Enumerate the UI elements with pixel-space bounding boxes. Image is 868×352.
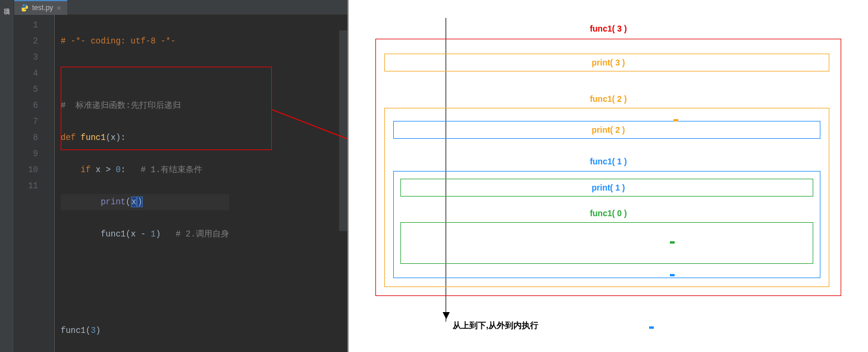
editor[interactable]: 1 2 3 4 5 6 7 8 9 10 11 # -*- coding: ut… — [14, 15, 347, 352]
dash-icon — [670, 241, 675, 244]
diagram-caption: 从上到下,从外到内执行 — [453, 320, 538, 331]
label-func1-1: func1( 1 ) — [349, 157, 868, 166]
label-func1-3: func1( 3 ) — [349, 24, 868, 33]
code-area[interactable]: # -*- coding: utf-8 -*- # 标准递归函数:先打印后递归 … — [55, 15, 229, 352]
recursion-diagram: func1( 3 ) print( 3 ) func1( 2 ) print( … — [347, 0, 868, 352]
svg-point-0 — [23, 5, 24, 5]
label-func1-0: func1( 0 ) — [349, 208, 868, 218]
python-icon — [20, 4, 29, 12]
dash-icon — [673, 119, 678, 122]
close-icon[interactable]: × — [57, 4, 61, 13]
line-number-gutter: 1 2 3 4 5 6 7 8 9 10 11 — [14, 15, 44, 352]
ide-pane: test.py × 1 2 3 4 5 6 7 8 9 10 11 # -*- … — [14, 0, 347, 352]
label-print-3: print( 3 ) — [349, 58, 868, 67]
editor-scrollbar[interactable] — [339, 30, 347, 231]
editor-tabbar: test.py × — [14, 0, 347, 15]
label-func1-2: func1( 2 ) — [349, 94, 868, 104]
tab-filename: test.py — [32, 4, 53, 12]
svg-point-1 — [25, 10, 26, 11]
dash-icon — [649, 326, 654, 329]
fold-gutter — [44, 15, 55, 352]
project-label: 项目 — [2, 2, 11, 4]
label-print-1: print( 1 ) — [349, 183, 868, 192]
dash-icon — [670, 274, 675, 276]
label-print-2: print( 2 ) — [349, 125, 868, 135]
box-func1-0 — [400, 222, 813, 264]
project-tool-gutter[interactable]: 项目 — [0, 0, 14, 352]
tab-test-py[interactable]: test.py × — [14, 0, 67, 15]
